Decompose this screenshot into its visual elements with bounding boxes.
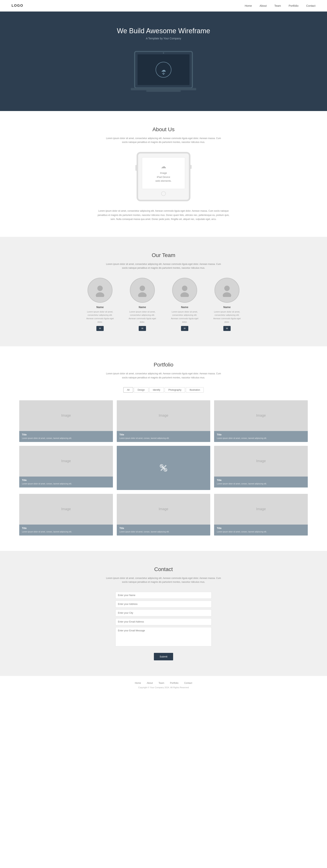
contact-name-input[interactable] [115, 592, 212, 599]
portfolio-item-title-9: Title [217, 527, 305, 530]
about-section: About Us Lorem ipsum dolor sit amet, con… [0, 111, 327, 237]
portfolio-item-desc-3: Lorem ipsum dolor sit amet, consec, laor… [217, 437, 305, 440]
ipad-home-button [161, 191, 166, 196]
nav-about[interactable]: About [260, 4, 267, 7]
nav-contact[interactable]: Contact [306, 4, 316, 7]
footer-links: Home About Team Portfolio Contact [6, 682, 321, 684]
ipad-illustration: ☁ Image iPad Device web elements. [38, 152, 289, 201]
submit-button[interactable]: Submit [154, 653, 173, 660]
hero-title: We Build Awesome Wireframe [11, 27, 316, 35]
portfolio-img-1: Image [19, 400, 113, 431]
svg-point-12 [138, 292, 146, 297]
portfolio-item-desc-7: Lorem ipsum dolor sit amet, consec, laor… [22, 530, 110, 533]
portfolio-item-title-3: Title [217, 433, 305, 436]
team-section: Our Team Lorem ipsum dolor sit amet, con… [0, 237, 327, 346]
member-desc-1: Lorem ipsum dolor sit amet, consectetur … [85, 310, 115, 324]
nav-team[interactable]: Team [274, 4, 281, 7]
portfolio-item-8: Image Title Lorem ipsum dolor sit amet, … [117, 494, 211, 535]
team-member-2: Name Lorem ipsum dolor sit amet, consect… [127, 278, 158, 331]
member-name-1: Name [85, 306, 115, 309]
portfolio-img-6: Image [214, 446, 308, 476]
portfolio-item-title-1: Title [22, 433, 110, 436]
portfolio-section: Portfolio Lorem ipsum dolor sit amet, co… [0, 346, 327, 551]
portfolio-item-title-4: Title [22, 479, 110, 482]
team-title: Our Team [19, 252, 308, 258]
filter-all[interactable]: All [123, 387, 133, 393]
ipad-button-left [135, 165, 137, 171]
footer-team[interactable]: Team [159, 682, 164, 684]
portfolio-img-4: Image [19, 446, 113, 476]
portfolio-img-7: Image [19, 494, 113, 525]
laptop-svg: ☁ [131, 50, 196, 92]
portfolio-caption-8: Title Lorem ipsum dolor sit amet, consec… [117, 525, 211, 535]
portfolio-item-title-8: Title [119, 527, 208, 530]
footer: Home About Team Portfolio Contact Copyri… [0, 676, 327, 694]
avatar-3 [172, 278, 197, 303]
svg-point-10 [96, 292, 104, 297]
member-desc-2: Lorem ipsum dolor sit amet, consectetur … [127, 310, 158, 324]
nav-home[interactable]: Home [245, 4, 252, 7]
avatar-1 [87, 278, 112, 303]
contact-form: Submit [115, 592, 212, 660]
footer-copyright: Copyright © Your Company 2024. All Right… [6, 686, 321, 689]
navbar: LOGO Home About Team Portfolio Contact [0, 0, 327, 11]
footer-home[interactable]: Home [135, 682, 141, 684]
member-desc-4: Lorem ipsum dolor sit amet, consectetur … [212, 310, 242, 324]
portfolio-img-label-2: Image [159, 413, 168, 417]
avatar-4 [215, 278, 240, 303]
hero-illustration: ☁ [11, 50, 316, 92]
filter-photography[interactable]: Photography [165, 387, 185, 393]
portfolio-img-label-3: Image [256, 413, 266, 417]
portfolio-img-3: Image [214, 400, 308, 431]
member-email-btn-1[interactable]: ✉ [97, 326, 104, 331]
footer-portfolio[interactable]: Portfolio [170, 682, 179, 684]
member-email-btn-3[interactable]: ✉ [181, 326, 188, 331]
about-desc1: Lorem ipsum dolor sit amet, consectetur … [106, 136, 221, 144]
member-email-btn-4[interactable]: ✉ [223, 326, 230, 331]
portfolio-caption-6: Title Lorem ipsum dolor sit amet, consec… [214, 476, 308, 488]
portfolio-item-4: Image Title Lorem ipsum dolor sit amet, … [19, 446, 113, 490]
filter-illustration[interactable]: Illustration [186, 387, 204, 393]
portfolio-title: Portfolio [19, 362, 308, 368]
ipad-button-right [190, 165, 192, 169]
svg-point-16 [223, 292, 231, 297]
portfolio-img-8: Image [117, 494, 211, 525]
portfolio-item-title-2: Title [119, 433, 208, 436]
portfolio-item-7: Image Title Lorem ipsum dolor sit amet, … [19, 494, 113, 535]
portfolio-caption-4: Title Lorem ipsum dolor sit amet, consec… [19, 476, 113, 488]
member-name-2: Name [127, 306, 158, 309]
about-desc2: Lorem ipsum dolor sit amet, consectetur … [96, 209, 231, 221]
team-member-4: Name Lorem ipsum dolor sit amet, consect… [212, 278, 242, 331]
portfolio-caption-9: Title Lorem ipsum dolor sit amet, consec… [214, 525, 308, 535]
portfolio-img-label-7: Image [61, 507, 71, 511]
contact-city-input[interactable] [115, 610, 212, 616]
team-desc: Lorem ipsum dolor sit amet, consectetur … [106, 262, 221, 270]
member-email-btn-2[interactable]: ✉ [139, 326, 146, 331]
contact-message-input[interactable] [115, 627, 212, 646]
contact-title: Contact [38, 566, 289, 572]
member-desc-3: Lorem ipsum dolor sit amet, consectetur … [169, 310, 200, 324]
svg-text:☁: ☁ [161, 67, 166, 73]
team-member-3: Name Lorem ipsum dolor sit amet, consect… [169, 278, 200, 331]
portfolio-img-9: Image [214, 494, 308, 525]
filter-design[interactable]: Design [134, 387, 148, 393]
avatar-icon-4 [220, 283, 234, 297]
footer-about[interactable]: About [147, 682, 153, 684]
filter-identify[interactable]: Identify [149, 387, 164, 393]
portfolio-img-label-1: Image [61, 413, 71, 417]
portfolio-item-6: Image Title Lorem ipsum dolor sit amet, … [214, 446, 308, 490]
portfolio-caption-2: Title Lorem ipsum dolor sit amet, consec… [117, 431, 211, 442]
nav-portfolio[interactable]: Portfolio [289, 4, 298, 7]
portfolio-caption-7: Title Lorem ipsum dolor sit amet, consec… [19, 525, 113, 535]
portfolio-item-2: Image Title Lorem ipsum dolor sit amet, … [117, 400, 211, 442]
portfolio-img-label-4: Image [61, 459, 71, 463]
nav-logo: LOGO [11, 4, 23, 8]
avatar-icon-1 [93, 283, 107, 297]
ipad-label: Image iPad Device web elements. [146, 171, 181, 183]
contact-email-input[interactable] [115, 618, 212, 625]
svg-point-13 [182, 286, 187, 291]
portfolio-item-desc-6: Lorem ipsum dolor sit amet, consec, laor… [217, 482, 305, 485]
contact-section: Contact Lorem ipsum dolor sit amet, cons… [0, 551, 327, 676]
contact-address-input[interactable] [115, 601, 212, 608]
footer-contact[interactable]: Contact [184, 682, 192, 684]
